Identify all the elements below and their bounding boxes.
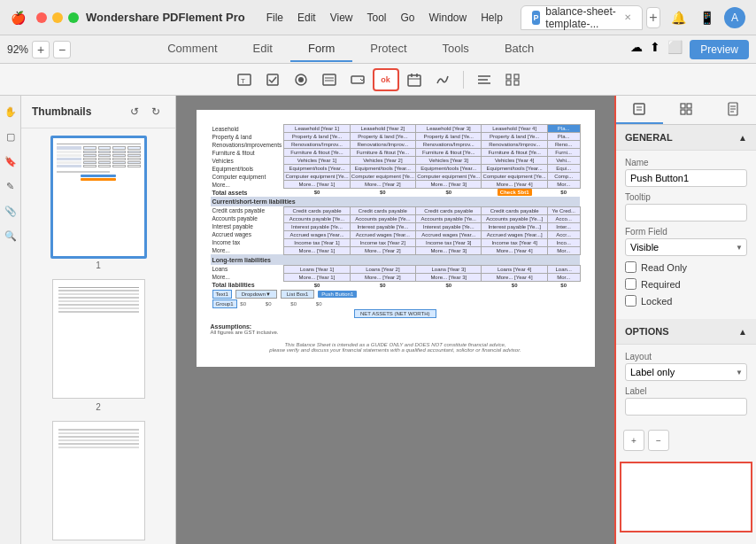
general-label: GENERAL	[625, 132, 673, 143]
select-icon[interactable]: ▢	[2, 128, 19, 145]
tab-form[interactable]: Form	[290, 36, 352, 62]
thumbnails-grid: 1	[21, 128, 175, 544]
titlebar-actions: ☁ ⬆ ⬜ Preview	[630, 40, 756, 59]
rotate-right-icon[interactable]: ↻	[147, 103, 165, 120]
current-liabilities-row: Current/short-term liabilities	[211, 197, 581, 207]
thumbnail-page-2[interactable]: 2	[50, 277, 147, 412]
form-field-dropdown[interactable]: Visible Hidden Visible but does not prin…	[625, 238, 747, 256]
general-collapse-icon[interactable]: ▲	[738, 133, 747, 143]
document-tab[interactable]: P balance-sheet-template-... ✕	[521, 5, 643, 30]
required-checkbox[interactable]	[625, 278, 636, 290]
locked-checkbox[interactable]	[625, 295, 636, 307]
distribute-button[interactable]	[499, 68, 526, 91]
layout-field-label: Layout	[625, 352, 747, 361]
label-input[interactable]	[625, 398, 747, 416]
text-field-button[interactable]: T	[231, 68, 258, 91]
menu-go[interactable]: Go	[400, 12, 414, 24]
name-input[interactable]	[625, 169, 747, 187]
add-item-button[interactable]: +	[623, 430, 644, 451]
tab-edit[interactable]: Edit	[235, 36, 290, 62]
panel-tabs	[616, 96, 756, 125]
form-field-label: Form Field	[625, 227, 747, 237]
menu-edit[interactable]: Edit	[297, 12, 316, 24]
thumbnail-page-1[interactable]: 1	[50, 136, 147, 270]
list-box1-field[interactable]: List Box1	[281, 290, 315, 299]
tab-label: balance-sheet-template-...	[545, 5, 619, 30]
tooltip-input[interactable]	[625, 204, 747, 221]
radio-button[interactable]	[288, 68, 314, 91]
tab-comment[interactable]: Comment	[150, 36, 235, 62]
tab-close-icon[interactable]: ✕	[624, 12, 631, 22]
menu-view[interactable]: View	[330, 12, 353, 24]
mobile-icon[interactable]: 📱	[696, 7, 717, 28]
titlebar-right-controls: 🔔 📱 A	[667, 7, 745, 28]
share-icon[interactable]: ⬆	[650, 40, 660, 59]
ok-button-tool[interactable]: ok	[373, 68, 399, 91]
menu-help[interactable]: Help	[481, 12, 503, 24]
annotation-icon[interactable]: ✎	[2, 177, 19, 195]
toolbar-group-1: T ok	[231, 68, 456, 91]
search-icon[interactable]: 🔍	[2, 227, 19, 245]
accrued-wages-row: Accrued wages Accrued wages [Year... Acc…	[211, 230, 581, 238]
checkbox-button[interactable]	[259, 68, 286, 91]
svg-rect-2	[267, 74, 278, 85]
more-row-2: More... More... [Year 1] More... [Year 2…	[211, 246, 581, 254]
menu-window[interactable]: Window	[429, 12, 467, 24]
zoom-out-button[interactable]: −	[53, 41, 71, 58]
hand-icon[interactable]: ✋	[2, 103, 19, 120]
total-liabilities-row: Total liabilities $0 $0 $0 $0 $0	[211, 281, 581, 289]
close-button[interactable]	[36, 12, 47, 23]
name-field-label: Name	[625, 158, 747, 167]
align-button[interactable]	[471, 68, 498, 91]
traffic-lights	[36, 12, 79, 23]
bookmark-icon[interactable]: 🔖	[2, 152, 19, 170]
menu-file[interactable]: File	[266, 12, 283, 24]
document-area[interactable]: Leasehold Leasehold [Year 1] Leasehold […	[176, 96, 614, 544]
page-tab[interactable]	[709, 96, 756, 124]
locked-checkbox-row: Locked	[625, 295, 747, 307]
svg-text:T: T	[241, 77, 245, 85]
layout-dropdown[interactable]: Label only Icon only Icon top, label bot…	[625, 363, 747, 381]
form-properties-tab[interactable]	[616, 96, 663, 124]
remove-item-button[interactable]: −	[648, 430, 669, 451]
checkboxes-group: Read Only Required Locked	[625, 261, 747, 307]
menu-tool[interactable]: Tool	[366, 12, 386, 24]
expand-icon[interactable]: ⬜	[667, 40, 683, 59]
signature-button[interactable]	[429, 68, 456, 91]
page-2-number: 2	[96, 402, 101, 412]
app-name: Wondershare PDFlement Pro	[86, 11, 245, 24]
preview-button[interactable]: Preview	[690, 40, 749, 59]
tab-batch[interactable]: Batch	[487, 36, 552, 62]
options-collapse-icon[interactable]: ▲	[738, 327, 747, 337]
grid-tab[interactable]	[663, 96, 710, 124]
svg-rect-19	[514, 81, 519, 85]
form-field-dropdown-wrapper: Visible Hidden Visible but does not prin…	[625, 238, 747, 256]
account-icon[interactable]: A	[724, 7, 745, 28]
notification-icon[interactable]: 🔔	[667, 7, 689, 28]
tab-tools[interactable]: Tools	[425, 36, 487, 62]
combo-box-button[interactable]	[344, 68, 371, 91]
group1-field[interactable]: Group1	[212, 299, 237, 308]
svg-rect-9	[408, 75, 420, 86]
rotate-left-icon[interactable]: ↺	[126, 103, 143, 120]
table-row: Computer equipment Computer equipment [Y…	[211, 173, 581, 181]
required-label: Required	[641, 279, 681, 290]
thumbnails-label: Thumbnails	[32, 105, 91, 118]
new-tab-button[interactable]: +	[646, 7, 660, 28]
net-assets-field[interactable]: NET ASSETS (NET WORTH)	[354, 309, 436, 318]
cloud-upload-icon[interactable]: ☁	[630, 40, 643, 59]
readonly-checkbox[interactable]	[625, 261, 636, 273]
text1-field[interactable]: Text1	[212, 290, 232, 299]
paperclip-icon[interactable]: 📎	[2, 202, 19, 220]
date-field-button[interactable]	[401, 68, 428, 91]
thumbnail-page-3[interactable]: 3	[50, 419, 147, 544]
zoom-in-button[interactable]: +	[32, 41, 50, 58]
right-properties-panel: GENERAL ▲ Name Tooltip Form Field Visibl…	[614, 96, 756, 544]
income-tax-row: Income tax Income tax [Year 1] Income ta…	[211, 238, 581, 246]
push-button1-field[interactable]: Push Button1	[318, 291, 357, 298]
maximize-button[interactable]	[68, 12, 79, 23]
dropdown-field[interactable]: Dropdown▼	[235, 290, 277, 299]
list-box-button[interactable]	[316, 68, 343, 91]
tab-protect[interactable]: Protect	[352, 36, 424, 62]
minimize-button[interactable]	[52, 12, 63, 23]
